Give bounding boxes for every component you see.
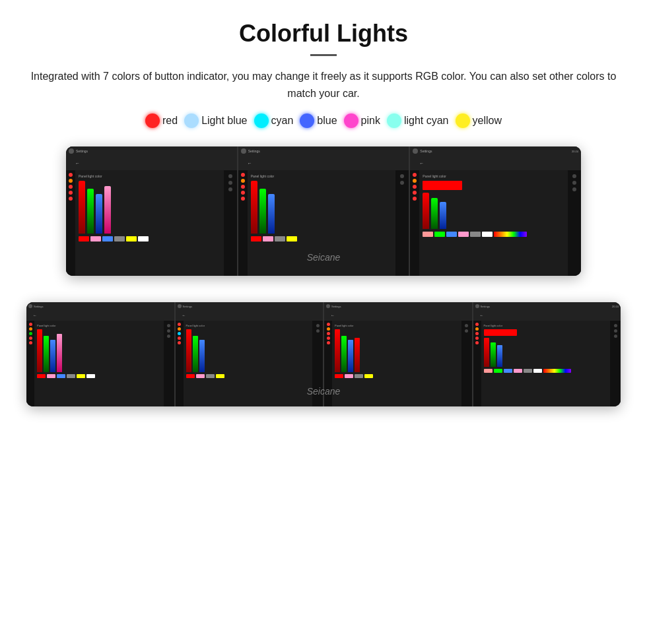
btm-body-4: Panel light color — [473, 321, 621, 406]
color-bars-1 — [79, 181, 221, 234]
btm-sw1-blue — [57, 374, 65, 378]
btm-bar2-green — [193, 336, 198, 372]
btm-cdot4-3 — [614, 335, 617, 338]
bottom-screens-group: Settings ← Panel light color — [26, 302, 621, 406]
ctrl-dot3-3 — [572, 187, 576, 191]
bar3-red — [423, 193, 429, 229]
btm-sdot3-2 — [327, 327, 330, 331]
color-item-lightcyan: light cyan — [387, 113, 449, 128]
btm-swatches-4 — [484, 369, 608, 373]
btm-bar1-pink — [57, 334, 62, 373]
color-label-lightcyan: light cyan — [404, 115, 449, 127]
page-title: Colorful Lights — [26, 20, 621, 48]
btm-sdot4-3 — [475, 332, 479, 335]
btm-sdot4-5 — [475, 341, 479, 344]
bulb-pink — [344, 113, 358, 128]
screen-1-right-ctrl — [224, 170, 237, 276]
screen-3-sidebar — [410, 170, 419, 276]
btm-sdot1-3 — [29, 332, 32, 335]
btm-sdot2-5 — [178, 341, 181, 344]
btm-ctrl-3 — [461, 321, 472, 406]
btm-content-2: Panel light color — [184, 321, 313, 406]
btm-cdot2-1 — [316, 324, 320, 327]
btm-topbar-3: Settings — [324, 302, 472, 310]
btm-cdot4-1 — [614, 324, 617, 327]
panel-title-2: Panel light color — [251, 174, 393, 178]
bottom-screen-2: Settings ← Panel light color — [176, 302, 325, 406]
btm-sdot2-4 — [178, 337, 181, 340]
btm-icon-2 — [178, 304, 182, 308]
swatches-1 — [79, 236, 221, 242]
btm-cdot1-3 — [167, 335, 170, 338]
swatch3-light-red — [423, 232, 433, 237]
color-item-yellow: yellow — [456, 113, 502, 128]
btm-sdot4-4 — [475, 337, 479, 340]
swatch2-pink — [263, 236, 273, 242]
sidebar-dot3-1 — [413, 173, 417, 177]
swatch-gray — [114, 236, 125, 242]
btm-sw1-red — [37, 374, 46, 378]
bulb-lightblue — [184, 113, 199, 128]
btm-topbar-4: Settings 20:24 — [473, 302, 621, 310]
btm-sidebar-2 — [176, 321, 184, 406]
btm-icon-3 — [326, 304, 330, 308]
sidebar-dot3-3 — [413, 185, 417, 189]
screen-2-topbar: Settings — [238, 146, 409, 156]
btm-cdot1-1 — [167, 324, 170, 327]
btm-ctrl-1 — [164, 321, 174, 406]
sidebar-dot2-3 — [241, 185, 245, 189]
swatch-yellow — [126, 236, 137, 242]
swatch3-green — [434, 232, 445, 237]
bar-green-2 — [259, 189, 266, 234]
bulb-blue — [300, 113, 314, 128]
swatch3-blue — [446, 232, 457, 237]
ctrl-dot-1 — [228, 174, 232, 178]
btm-icon-4 — [475, 304, 479, 308]
btm-ctrl-4 — [610, 321, 621, 406]
color-indicators-row: red Light blue cyan blue pink light cyan… — [26, 113, 621, 128]
btm-sw4-pk — [514, 369, 522, 373]
btm-sw2-gray — [206, 374, 215, 378]
page-wrapper: Colorful Lights Integrated with 7 colors… — [0, 0, 647, 426]
top-screens-group: Settings ← Panel light color — [66, 146, 581, 276]
sidebar-dot2-2 — [241, 179, 245, 183]
description-text: Integrated with 7 colors of button indic… — [26, 68, 621, 102]
btm-sidebar-3 — [324, 321, 332, 406]
btm-content-1: Panel light color — [34, 321, 164, 406]
btm-sw3-gray — [355, 374, 363, 378]
ctrl-dot3-1 — [572, 174, 576, 178]
btm-sw1-white — [86, 374, 95, 378]
swatch3-white — [482, 232, 493, 237]
sidebar-dot-red — [69, 173, 73, 177]
bulb-red — [145, 113, 160, 128]
btm-cdot2-2 — [316, 329, 320, 333]
btm-body-3: Panel light color — [324, 321, 472, 406]
screen-2-sidebar — [238, 170, 248, 276]
sidebar-dot-red3 — [69, 191, 73, 195]
swatch-blue — [102, 236, 113, 242]
screen-1-content: Panel light color — [75, 170, 224, 276]
screen-1-sidebar — [66, 170, 75, 276]
btm-sdot3-1 — [327, 323, 330, 326]
btm-swatches-2 — [186, 374, 310, 378]
btm-sw1-pink — [47, 374, 55, 378]
swatch2-red — [251, 236, 261, 242]
settings-label: Settings — [76, 149, 88, 153]
btm-bar1-red — [37, 329, 42, 372]
bar-blue-1 — [96, 194, 102, 234]
btm4-bar-green — [491, 342, 496, 367]
bar-red-2 — [251, 181, 257, 234]
bottom-screen-1: Settings ← Panel light color — [26, 302, 176, 406]
btm-sdot4-2 — [475, 327, 479, 331]
color-label-pink: pink — [361, 115, 380, 127]
btm-bar3-green — [341, 336, 347, 372]
ctrl-dot-3 — [228, 187, 232, 191]
swatch-pink — [90, 236, 101, 242]
bar-pink-1 — [104, 186, 111, 234]
btm-icon-1 — [28, 304, 32, 308]
btm-sdot1-1 — [29, 323, 32, 326]
btm-sw1-gray — [67, 374, 75, 378]
btm-sdot2-2 — [178, 327, 181, 331]
btm-cdot4-2 — [614, 329, 617, 333]
btm-sw2-pink — [196, 374, 205, 378]
